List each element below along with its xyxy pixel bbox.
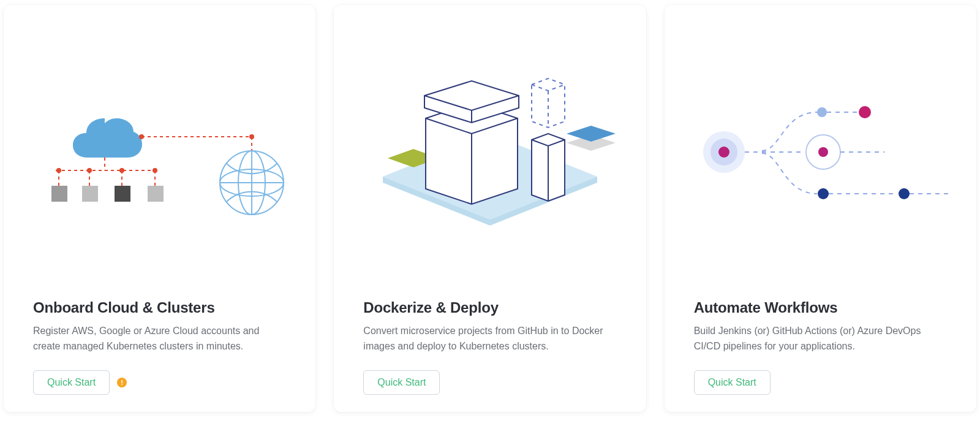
illustration-dockerize — [334, 5, 646, 299]
alert-icon: ! — [117, 378, 127, 387]
svg-point-16 — [153, 168, 157, 173]
svg-rect-14 — [115, 186, 130, 202]
svg-rect-11 — [82, 186, 98, 202]
svg-point-2 — [249, 134, 254, 139]
svg-rect-8 — [51, 186, 67, 202]
cloud-icon — [73, 118, 142, 158]
svg-point-13 — [119, 168, 124, 173]
card-row: Onboard Cloud & Clusters Register AWS, G… — [4, 5, 976, 412]
quick-start-button[interactable]: Quick Start — [33, 370, 110, 395]
node-darkblue-icon — [899, 188, 910, 199]
illustration-workflows — [665, 5, 976, 299]
container-small-icon — [532, 134, 565, 201]
node-ring-icon — [806, 135, 840, 169]
card-dockerize-deploy: Dockerize & Deploy Convert microservice … — [334, 5, 646, 412]
svg-point-10 — [87, 168, 92, 173]
card-description: Register AWS, Google or Azure Cloud acco… — [33, 324, 286, 354]
quick-start-button[interactable]: Quick Start — [363, 370, 440, 395]
globe-icon — [220, 151, 284, 215]
card-automate-workflows: Automate Workflows Build Jenkins (or) Gi… — [665, 5, 976, 412]
svg-point-3 — [139, 134, 144, 139]
card-description: Convert microservice projects from GitHu… — [363, 324, 616, 354]
hub-icon — [703, 131, 745, 173]
svg-point-7 — [56, 168, 61, 173]
illustration-cloud-clusters — [4, 5, 315, 299]
tile-blue-icon — [567, 126, 616, 142]
cluster-nodes-icon — [51, 168, 164, 202]
card-description: Build Jenkins (or) GitHub Actions (or) A… — [694, 324, 947, 354]
svg-point-35 — [718, 147, 729, 158]
card-title: Automate Workflows — [694, 299, 947, 316]
node-lightblue-icon — [817, 107, 827, 117]
quick-start-button[interactable]: Quick Start — [694, 370, 771, 395]
node-darkblue-icon — [818, 188, 829, 199]
container-dashed-icon — [532, 78, 565, 128]
card-title: Onboard Cloud & Clusters — [33, 299, 286, 316]
svg-point-38 — [818, 147, 828, 157]
svg-rect-17 — [148, 186, 164, 202]
card-title: Dockerize & Deploy — [363, 299, 616, 316]
node-magenta-icon — [859, 106, 871, 118]
card-onboard-cloud: Onboard Cloud & Clusters Register AWS, G… — [4, 5, 315, 412]
